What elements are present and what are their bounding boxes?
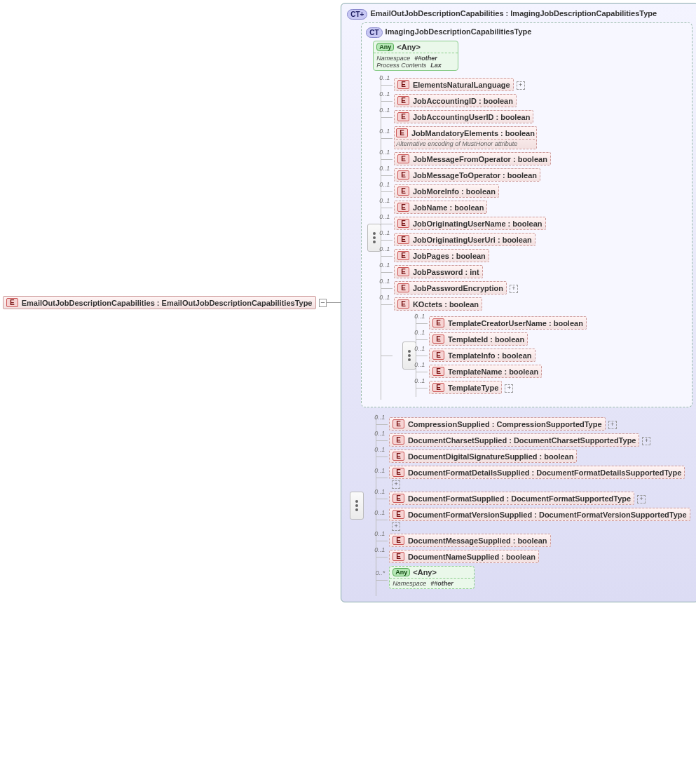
element-label: DocumentNameSupplied : boolean	[408, 553, 535, 561]
expand-icon[interactable]: +	[510, 285, 518, 293]
occurrence-label: 0..1	[379, 294, 391, 301]
schema-element[interactable]: EJobPages : boolean	[394, 249, 489, 262]
schema-element[interactable]: ETemplateCreatorUserName : boolean	[429, 316, 587, 330]
element-badge: E	[393, 468, 404, 477]
schema-element-row: 0..1EJobOriginatingUserUri : boolean	[394, 233, 688, 246]
occurrence-label: 0..1	[374, 467, 386, 474]
occurrence-label: 0..1	[379, 107, 391, 114]
schema-element[interactable]: ETemplateId : boolean	[429, 332, 528, 346]
element-badge: E	[393, 552, 404, 561]
occurrence-label: 0..1	[374, 488, 386, 495]
element-badge: E	[432, 351, 444, 360]
any-details: Namespace##other	[390, 578, 474, 588]
element-badge: E	[393, 536, 404, 545]
schema-element[interactable]: ETemplateInfo : boolean	[429, 349, 535, 362]
schema-element-row: 0..1EJobMessageFromOperator : boolean	[394, 152, 688, 165]
element-label: JobName : boolean	[413, 203, 484, 212]
expand-icon[interactable]: +	[392, 522, 400, 531]
schema-element[interactable]: EJobOriginatingUserName : boolean	[394, 217, 545, 230]
expand-icon[interactable]: +	[608, 421, 617, 429]
element-label: JobMoreInfo : boolean	[413, 187, 496, 196]
outer-title: EmailOutJobDescriptionCapabilities : Ima…	[370, 9, 657, 18]
schema-element[interactable]: EDocumentCharsetSupplied : DocumentChars…	[389, 433, 639, 447]
schema-element-row: 0..1EJobName : boolean	[394, 201, 688, 214]
expand-icon[interactable]: +	[517, 81, 525, 90]
inner-title: ImagingJobDescriptionCapabilitiesType	[385, 27, 532, 36]
element-label: JobPages : boolean	[413, 252, 486, 260]
schema-element[interactable]: ETemplateName : boolean	[429, 365, 542, 378]
schema-element[interactable]: EJobPasswordEncryption	[394, 281, 507, 295]
schema-element[interactable]: EDocumentFormatSupplied : DocumentFormat…	[389, 492, 634, 505]
root-element[interactable]: E EmailOutJobDescriptionCapabilities : E…	[3, 296, 316, 309]
element-badge: E	[397, 154, 409, 163]
schema-element[interactable]: EJobPassword : int	[394, 265, 482, 278]
inner-complex-type: CT ImagingJobDescriptionCapabilitiesType…	[361, 22, 692, 407]
collapse-icon[interactable]: −	[319, 299, 327, 307]
schema-element-row: 0..1EJobPages : boolean	[394, 249, 688, 262]
schema-element[interactable]: EDocumentNameSupplied : boolean	[389, 550, 539, 563]
schema-element[interactable]: EJobName : boolean	[394, 201, 487, 214]
schema-element-row: 0..1EDocumentFormatSupplied : DocumentFo…	[389, 492, 692, 505]
ct-badge: CT+	[347, 9, 367, 20]
schema-element[interactable]: EKOctets : boolean	[394, 297, 482, 311]
expand-icon[interactable]: +	[642, 437, 650, 445]
sequence-icon[interactable]	[350, 492, 364, 520]
expand-icon[interactable]: +	[637, 495, 646, 503]
schema-element[interactable]: ECompressionSupplied : CompressionSuppor…	[389, 417, 605, 431]
schema-element[interactable]: EDocumentFormatDetailsSupplied : Documen…	[389, 466, 685, 479]
element-label: TemplateName : boolean	[448, 367, 538, 376]
occurrence-label: 0..1	[379, 213, 391, 220]
schema-element[interactable]: ETemplateType	[429, 381, 502, 394]
schema-element[interactable]: EJobMessageToOperator : boolean	[394, 168, 540, 182]
schema-element[interactable]: EJobMessageFromOperator : boolean	[394, 152, 551, 165]
any-details: Namespace##other Process ContentsLax	[374, 53, 458, 70]
schema-element-row: 0..1EKOctets : boolean	[394, 297, 688, 311]
schema-element[interactable]: EJobMoreInfo : boolean	[394, 184, 499, 198]
outer-header: CT+ EmailOutJobDescriptionCapabilities :…	[347, 9, 692, 20]
schema-element-row: 0..1ETemplateId : boolean	[429, 332, 688, 346]
occurrence-label: 0..1	[379, 197, 391, 204]
occurrence-label: 0..*	[376, 569, 387, 576]
element-label: TemplateCreatorUserName : boolean	[448, 319, 583, 327]
schema-element[interactable]: EJobAccountingID : boolean	[394, 94, 517, 107]
any-element-row: 0..*Any<Any>Namespace##other	[389, 566, 692, 593]
element-badge: E	[397, 267, 409, 276]
schema-element-row: 0..1EJobMandatoryElements : booleanAlter…	[394, 126, 688, 149]
schema-element[interactable]: EJobOriginatingUserUri : boolean	[394, 233, 535, 246]
occurrence-label: 0..1	[374, 414, 386, 421]
schema-element-row: 0..1ETemplateType+	[429, 381, 688, 394]
expand-icon[interactable]: +	[505, 384, 513, 393]
schema-element-row: 0..1EDocumentMessageSupplied : boolean	[389, 534, 692, 547]
element-label: TemplateType	[448, 384, 498, 392]
schema-element[interactable]: EDocumentDigitalSignatureSupplied : bool…	[389, 450, 577, 463]
element-badge: E	[393, 494, 404, 503]
schema-element[interactable]: EJobMandatoryElements : boolean	[396, 128, 535, 137]
element-label: DocumentFormatVersionSupplied : Document…	[408, 511, 687, 519]
schema-element-row: 0..1EDocumentNameSupplied : boolean	[389, 550, 692, 563]
element-label: TemplateInfo : boolean	[448, 351, 532, 360]
schema-element-row: 0..1EJobOriginatingUserName : boolean	[394, 217, 688, 230]
any-attribute-block[interactable]: Any <Any> Namespace##other Process Conte…	[373, 41, 458, 71]
element-label: DocumentDigitalSignatureSupplied : boole…	[408, 452, 574, 461]
element-badge: E	[393, 435, 404, 445]
ct-badge: CT	[366, 27, 382, 38]
occurrence-label: 0..1	[414, 361, 426, 368]
schema-element[interactable]: EDocumentMessageSupplied : boolean	[389, 534, 550, 547]
inner-sequence: 0..1EElementsNaturalLanguage+0..1EJobAcc…	[366, 75, 688, 400]
expand-icon[interactable]: +	[392, 480, 400, 489]
element-label: JobMandatoryElements : boolean	[411, 129, 535, 137]
occurrence-label: 0..1	[414, 313, 426, 320]
element-badge: E	[6, 298, 18, 307]
schema-element[interactable]: EDocumentFormatVersionSupplied : Documen…	[389, 508, 690, 521]
schema-element-row: 0..1ETemplateName : boolean	[429, 365, 688, 378]
element-label: JobAccountingUserID : boolean	[413, 113, 530, 121]
element-label: JobAccountingID : boolean	[413, 97, 513, 105]
element-badge: E	[393, 419, 404, 428]
any-element-block[interactable]: Any<Any>Namespace##other	[389, 566, 475, 589]
element-badge: E	[432, 383, 444, 392]
occurrence-label: 0..1	[379, 245, 391, 252]
schema-element[interactable]: EElementsNaturalLanguage	[394, 78, 513, 91]
schema-element[interactable]: EJobAccountingUserID : boolean	[394, 110, 533, 123]
occurrence-label: 0..1	[374, 546, 386, 553]
any-label: <Any>	[397, 43, 421, 51]
